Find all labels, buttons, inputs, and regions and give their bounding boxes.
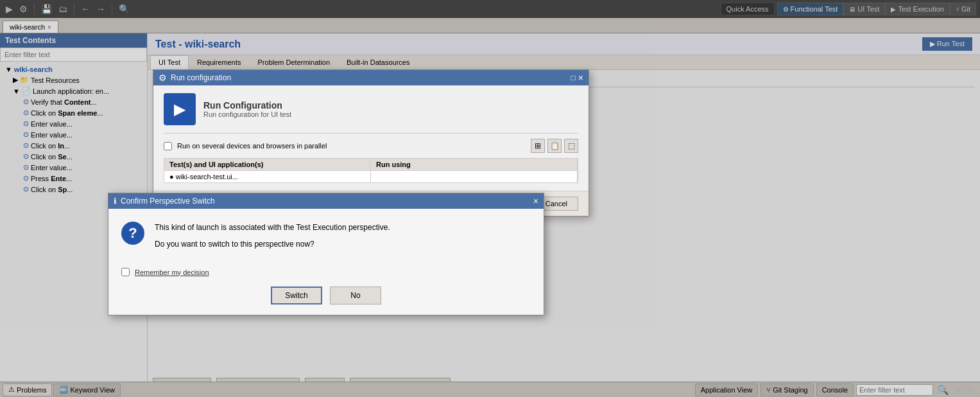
run-config-subtitle: Run configuration for UI test — [203, 110, 291, 118]
perspective-dialog-content: ? This kind of launch is associated with… — [108, 209, 544, 315]
dialog-toolbar-row: ⊞ 📋 ⬚ — [531, 139, 578, 153]
remember-checkbox[interactable] — [121, 268, 130, 276]
dialog-col-tests: Test(s) and UI application(s) — [164, 159, 371, 170]
run-config-header: Run Configuration — [203, 100, 291, 110]
banner-play-icon: ▶ — [174, 100, 185, 118]
parallel-checkbox[interactable] — [164, 142, 172, 150]
perspective-dialog-titlebar: ℹ Confirm Perspective Switch × — [108, 193, 544, 209]
run-config-banner-icon: ▶ — [164, 93, 196, 125]
perspective-title-left: ℹ Confirm Perspective Switch — [114, 197, 215, 206]
no-button[interactable]: No — [330, 287, 381, 304]
run-config-icon: ⚙ — [159, 73, 167, 83]
perspective-message2: Do you want to switch to this perspectiv… — [155, 238, 390, 250]
run-config-maximize-button[interactable]: □ — [571, 73, 576, 83]
perspective-title-icon: ℹ — [114, 197, 117, 206]
dialog-table-header: Test(s) and UI application(s) Run using — [164, 158, 578, 171]
perspective-button-row: Switch No — [121, 287, 531, 304]
parallel-label: Run on several devices and browsers in p… — [177, 142, 327, 150]
titlebar-controls: □ × — [571, 73, 583, 83]
dialog-toolbar-btn1[interactable]: ⊞ — [531, 139, 545, 153]
dialog-toolbar-btn3[interactable]: ⬚ — [564, 139, 578, 153]
perspective-dialog-close-button[interactable]: × — [533, 196, 538, 206]
run-config-banner: ▶ Run Configuration Run configuration fo… — [164, 93, 578, 125]
divider1 — [164, 133, 578, 134]
run-config-title: Run configuration — [171, 73, 231, 82]
question-icon: ? — [121, 222, 144, 245]
dialog-table-row1[interactable]: ● wiki-search-test.ui... — [164, 171, 578, 183]
question-mark: ? — [128, 225, 137, 242]
perspective-message-row: ? This kind of launch is associated with… — [121, 222, 531, 255]
dialog-row-runusing — [371, 171, 578, 182]
remember-row: Remember my decision — [121, 268, 531, 276]
titlebar-left: ⚙ Run configuration — [159, 73, 231, 83]
parallel-option-row: Run on several devices and browsers in p… — [164, 139, 578, 153]
perspective-dialog-title: Confirm Perspective Switch — [121, 197, 215, 206]
dialog-row-test: ● wiki-search-test.ui... — [164, 171, 371, 182]
dialog-col-runusing: Run using — [371, 159, 578, 170]
switch-button[interactable]: Switch — [271, 287, 322, 304]
banner-text-area: Run Configuration Run configuration for … — [203, 100, 291, 118]
run-config-content: ▶ Run Configuration Run configuration fo… — [153, 85, 589, 191]
remember-label: Remember my decision — [135, 269, 209, 276]
dialog-toolbar-btn2[interactable]: 📋 — [547, 139, 562, 153]
perspective-text-area: This kind of launch is associated with t… — [155, 222, 390, 255]
perspective-dialog: ℹ Confirm Perspective Switch × ? This ki… — [108, 193, 544, 315]
run-config-titlebar: ⚙ Run configuration □ × — [153, 70, 589, 85]
run-config-close-button[interactable]: × — [578, 73, 583, 83]
perspective-message1: This kind of launch is associated with t… — [155, 222, 390, 233]
